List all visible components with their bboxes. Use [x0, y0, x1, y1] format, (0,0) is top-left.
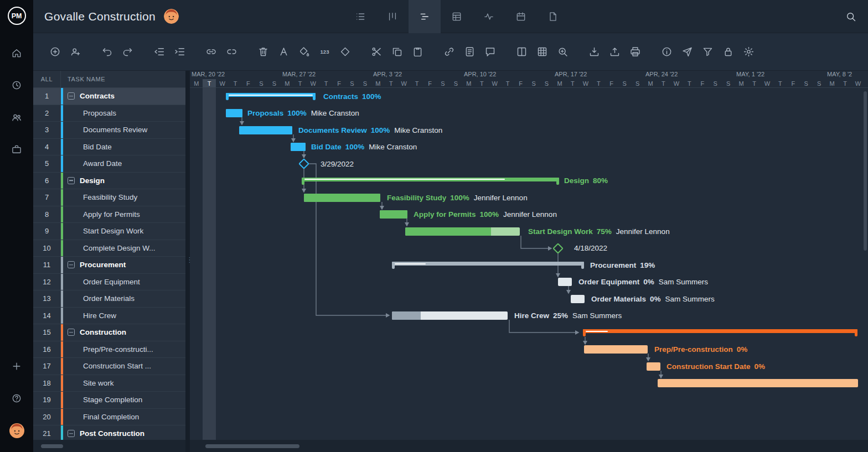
tab-view-list[interactable]	[344, 0, 376, 33]
task-row-18[interactable]: 18Site work	[33, 375, 185, 392]
link-button[interactable]	[203, 44, 219, 60]
task-bar[interactable]	[584, 345, 648, 354]
task-row-19[interactable]: 19Stage Completion	[33, 392, 185, 409]
task-bar[interactable]	[380, 210, 407, 219]
tab-view-calendar[interactable]	[505, 0, 537, 33]
rail-home-button[interactable]	[6, 43, 27, 64]
task-row-10[interactable]: 10Complete Design W...	[33, 240, 185, 257]
cut-button[interactable]	[368, 44, 385, 60]
notes-button[interactable]	[461, 44, 478, 60]
tab-view-activity[interactable]	[473, 0, 505, 33]
task-bar[interactable]	[647, 362, 660, 371]
rail-clock-button[interactable]	[6, 75, 27, 96]
vertical-scroll-thumb[interactable]	[864, 91, 867, 251]
export-button[interactable]	[606, 44, 623, 60]
rail-portfolio-button[interactable]	[6, 139, 27, 160]
summary-bar[interactable]	[583, 329, 857, 333]
pm-logo[interactable]: PM	[8, 7, 26, 25]
gantt-scroll-thumb[interactable]	[205, 444, 299, 448]
undo-button[interactable]	[99, 44, 115, 60]
task-bar[interactable]	[405, 227, 520, 236]
collapse-icon[interactable]	[68, 329, 75, 336]
font-button[interactable]	[275, 44, 292, 60]
milestone-diamond[interactable]	[552, 243, 564, 254]
task-row-9[interactable]: 9Start Design Work	[33, 223, 185, 240]
add-user-button[interactable]	[67, 44, 84, 60]
zoom-button[interactable]	[554, 44, 571, 60]
comment-button[interactable]	[482, 44, 498, 60]
task-row-13[interactable]: 13Order Materials	[33, 290, 185, 308]
attachment-button[interactable]	[441, 44, 457, 60]
copy-button[interactable]	[389, 44, 405, 60]
paste-button[interactable]	[409, 44, 426, 60]
rail-help-button[interactable]	[6, 388, 27, 409]
collapse-icon[interactable]	[68, 430, 75, 437]
task-row-4[interactable]: 4Bid Date	[33, 139, 185, 156]
timeline-day: T	[502, 79, 514, 88]
task-row-17[interactable]: 17Construction Start ...	[33, 358, 185, 375]
collapse-icon[interactable]	[68, 261, 75, 268]
rail-team-button[interactable]	[6, 107, 27, 128]
task-row-14[interactable]: 14Hire Crew	[33, 308, 185, 325]
task-row-6[interactable]: 6Design	[33, 173, 185, 190]
unlink-button[interactable]	[223, 44, 240, 60]
task-row-3[interactable]: 3Documents Review	[33, 122, 185, 139]
summary-bar[interactable]	[392, 262, 584, 266]
redo-button[interactable]	[119, 44, 136, 60]
timeline-day: W	[851, 79, 864, 88]
tab-view-gantt[interactable]	[409, 0, 441, 33]
timeline-day: F	[423, 79, 436, 88]
task-row-16[interactable]: 16Prep/Pre-constructi...	[33, 341, 185, 359]
print-button[interactable]	[627, 44, 643, 60]
tab-view-sheet[interactable]	[441, 0, 473, 33]
filter-button[interactable]	[699, 44, 716, 60]
tab-view-board[interactable]	[376, 0, 409, 33]
collapse-icon[interactable]	[68, 92, 75, 100]
indent-button[interactable]	[171, 44, 188, 60]
summary-bar[interactable]	[226, 93, 316, 97]
task-row-8[interactable]: 8Apply for Permits	[33, 206, 185, 224]
numbers-button[interactable]: 123	[316, 44, 333, 60]
task-row-11[interactable]: 11Procurement	[33, 257, 185, 274]
delete-button[interactable]	[255, 44, 271, 60]
home-icon	[11, 48, 22, 59]
task-row-20[interactable]: 20Final Completion	[33, 409, 185, 426]
columns-button[interactable]	[513, 44, 530, 60]
lock-button[interactable]	[720, 44, 736, 60]
import-button[interactable]	[586, 44, 602, 60]
info-button[interactable]	[658, 44, 675, 60]
search-button[interactable]	[843, 8, 859, 25]
user-avatar[interactable]	[6, 420, 27, 441]
task-row-2[interactable]: 2Proposals	[33, 105, 185, 122]
outdent-button[interactable]	[151, 44, 167, 60]
panel-splitter[interactable]	[185, 71, 190, 452]
column-header-task-name[interactable]: TASK NAME	[61, 76, 105, 82]
add-task-button[interactable]	[46, 44, 63, 60]
task-row-5[interactable]: 5Award Date	[33, 155, 185, 173]
task-row-15[interactable]: 15Construction	[33, 324, 185, 341]
milestone-diamond[interactable]	[298, 158, 309, 169]
share-button[interactable]	[679, 44, 695, 60]
project-avatar[interactable]	[164, 9, 179, 24]
task-bar[interactable]	[392, 311, 508, 320]
task-bar[interactable]	[558, 278, 572, 286]
tab-view-document[interactable]	[537, 0, 569, 33]
task-bar[interactable]	[304, 194, 380, 202]
rail-plus-button[interactable]	[6, 356, 27, 377]
task-bar[interactable]	[658, 379, 858, 387]
task-row-1[interactable]: 1Contracts	[33, 88, 185, 105]
column-header-all[interactable]: ALL	[33, 71, 61, 87]
task-bar[interactable]	[291, 143, 306, 151]
fill-button[interactable]	[296, 44, 312, 60]
task-bar[interactable]	[571, 295, 585, 303]
milestone-button[interactable]	[337, 44, 353, 60]
grid-button[interactable]	[534, 44, 550, 60]
task-bar[interactable]	[239, 126, 292, 134]
settings-button[interactable]	[740, 44, 757, 60]
task-panel-scroll-thumb[interactable]	[41, 444, 63, 448]
collapse-icon[interactable]	[68, 177, 75, 184]
summary-bar[interactable]	[302, 178, 559, 181]
task-row-12[interactable]: 12Order Equipment	[33, 274, 185, 291]
task-bar[interactable]	[226, 109, 242, 117]
task-row-7[interactable]: 7Feasibility Study	[33, 189, 185, 206]
